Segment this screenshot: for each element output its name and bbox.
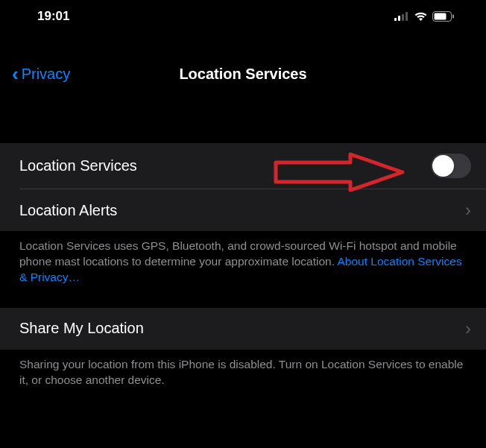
location-services-row: Location Services <box>0 143 486 189</box>
status-bar: 19:01 <box>0 0 486 33</box>
navigation-bar: ‹ Privacy Location Services <box>0 55 486 92</box>
cellular-icon <box>394 12 409 21</box>
page-title: Location Services <box>179 66 306 83</box>
footer-text: Sharing your location from this iPhone i… <box>19 358 463 386</box>
location-services-label: Location Services <box>19 157 137 174</box>
location-alerts-label: Location Alerts <box>19 202 117 219</box>
toggle-knob <box>432 155 454 177</box>
share-my-location-row[interactable]: Share My Location › <box>0 308 486 350</box>
back-button[interactable]: ‹ Privacy <box>12 64 70 83</box>
svg-rect-2 <box>402 14 404 21</box>
battery-icon <box>432 11 455 22</box>
back-label: Privacy <box>22 66 71 83</box>
svg-rect-0 <box>394 18 397 21</box>
share-my-location-label: Share My Location <box>19 320 144 337</box>
status-time: 19:01 <box>37 9 69 24</box>
svg-rect-1 <box>398 16 400 21</box>
share-my-location-footer: Sharing your location from this iPhone i… <box>0 350 486 400</box>
chevron-left-icon: ‹ <box>12 64 19 83</box>
settings-group-2: Share My Location › <box>0 308 486 350</box>
location-alerts-row[interactable]: Location Alerts › <box>0 189 486 231</box>
chevron-right-icon: › <box>465 200 471 221</box>
section-spacer <box>0 297 486 308</box>
section-spacer <box>0 100 486 143</box>
settings-group-1: Location Services Location Alerts › <box>0 143 486 231</box>
location-services-toggle[interactable] <box>431 154 471 178</box>
location-services-footer: Location Services uses GPS, Bluetooth, a… <box>0 231 486 297</box>
status-icons <box>394 11 455 22</box>
svg-rect-6 <box>452 15 454 19</box>
chevron-right-icon: › <box>465 318 471 339</box>
svg-rect-5 <box>435 13 446 20</box>
wifi-icon <box>414 11 428 22</box>
svg-rect-3 <box>405 12 408 21</box>
